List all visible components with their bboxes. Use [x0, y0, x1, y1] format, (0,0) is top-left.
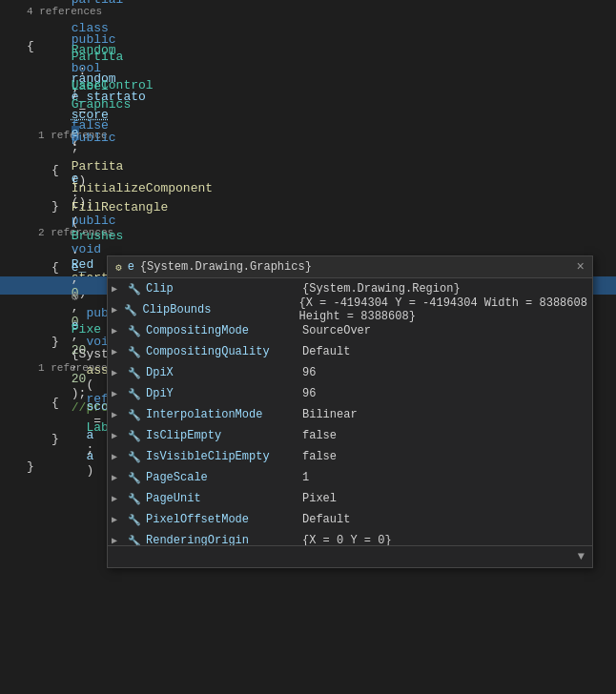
expand-arrow-icon: ▶ [112, 409, 123, 420]
property-value: false [302, 450, 337, 463]
property-icon: 🔧 [127, 407, 142, 422]
property-name: DpiX [146, 366, 298, 379]
property-icon: 🔧 [127, 323, 142, 338]
property-value: Bilinear [302, 408, 358, 421]
property-value: 1 [302, 471, 309, 484]
expand-arrow-icon: ▶ [112, 430, 123, 441]
tooltip-property-row[interactable]: ▶🔧RenderingOrigin{X = 0 Y = 0} [108, 530, 592, 545]
property-name: PixelOffsetMode [146, 513, 298, 526]
expand-arrow-icon: ▶ [112, 367, 123, 378]
expand-arrow-icon: ▶ [112, 493, 123, 504]
property-name: CompositingQuality [146, 345, 298, 358]
property-value: 96 [302, 366, 316, 379]
tooltip-property-row[interactable]: ▶🔧DpiY96 [108, 383, 592, 404]
tooltip-property-row[interactable]: ▶🔧ClipBounds{X = -4194304 Y = -4194304 W… [108, 299, 592, 320]
tooltip-property-row[interactable]: ▶🔧PageUnitPixel [108, 488, 592, 509]
expand-arrow-icon: ▶ [112, 304, 119, 316]
tooltip-header: ⚙ e {System.Drawing.Graphics} × [108, 256, 592, 278]
expand-arrow-icon: ▶ [112, 283, 123, 295]
property-icon: 🔧 [123, 302, 138, 317]
tooltip-header-icon: ⚙ [115, 261, 122, 274]
expand-arrow-icon: ▶ [112, 451, 123, 462]
property-name: Clip [146, 282, 298, 296]
tooltip-property-row[interactable]: ▶🔧CompositingQualityDefault [108, 341, 592, 362]
property-name: DpiY [146, 387, 298, 400]
property-name: RenderingOrigin [146, 534, 298, 545]
expand-arrow-icon: ▶ [112, 388, 123, 399]
property-icon: 🔧 [127, 428, 142, 443]
property-name: InterpolationMode [146, 408, 298, 421]
property-icon: 🔧 [127, 533, 142, 545]
property-value: {X = -4194304 Y = -4194304 Width = 83886… [298, 296, 588, 323]
expand-arrow-icon: ▶ [112, 325, 123, 337]
property-icon: 🔧 [127, 512, 142, 527]
code-editor: 4 references public partial class Partit… [0, 0, 616, 694]
property-value: 96 [302, 387, 316, 400]
expand-arrow-icon: ▶ [112, 535, 123, 545]
expand-arrow-icon: ▶ [112, 472, 123, 483]
property-icon: 🔧 [127, 449, 142, 464]
property-value: Default [302, 513, 350, 526]
property-value: false [302, 429, 337, 442]
property-icon: 🔧 [127, 344, 142, 359]
property-name: IsVisibleClipEmpty [146, 450, 298, 463]
property-icon: 🔧 [127, 470, 142, 485]
property-value: {X = 0 Y = 0} [302, 534, 392, 545]
tooltip-property-row[interactable]: ▶🔧IsClipEmptyfalse [108, 425, 592, 446]
tooltip-type-path: {System.Drawing.Graphics} [140, 260, 312, 274]
tooltip-body: ▶🔧Clip{System.Drawing.Region}▶🔧ClipBound… [108, 278, 592, 545]
property-icon: 🔧 [127, 386, 142, 401]
tooltip-property-row[interactable]: ▶🔧DpiX96 [108, 362, 592, 383]
property-name: PageUnit [146, 492, 298, 505]
expand-arrow-icon: ▶ [112, 514, 123, 525]
property-name: PageScale [146, 471, 298, 484]
property-name: IsClipEmpty [146, 429, 298, 442]
tooltip-property-row[interactable]: ▶🔧PageScale1 [108, 467, 592, 488]
property-value: {System.Drawing.Region} [302, 282, 461, 296]
tooltip-var-name: e [128, 260, 134, 274]
property-icon: 🔧 [127, 491, 142, 506]
property-name: CompositingMode [146, 324, 298, 337]
property-icon: 🔧 [127, 365, 142, 380]
property-name: ClipBounds [142, 303, 295, 316]
tooltip-property-row[interactable]: ▶🔧PixelOffsetModeDefault [108, 509, 592, 530]
property-value: SourceOver [302, 324, 371, 337]
property-value: Pixel [302, 492, 337, 505]
tooltip-property-row[interactable]: ▶🔧IsVisibleClipEmptyfalse [108, 446, 592, 467]
scroll-down-button[interactable]: ▼ [572, 548, 590, 565]
tooltip-close-button[interactable]: × [577, 259, 585, 275]
property-value: Default [302, 345, 350, 358]
tooltip-footer: ▼ [108, 545, 592, 567]
tooltip-property-row[interactable]: ▶🔧InterpolationModeBilinear [108, 404, 592, 425]
property-icon: 🔧 [127, 281, 142, 296]
tooltip-property-row[interactable]: ▶🔧CompositingModeSourceOver [108, 320, 592, 341]
tooltip-popup: ⚙ e {System.Drawing.Graphics} × ▶🔧Clip{S… [107, 255, 593, 568]
expand-arrow-icon: ▶ [112, 346, 123, 357]
